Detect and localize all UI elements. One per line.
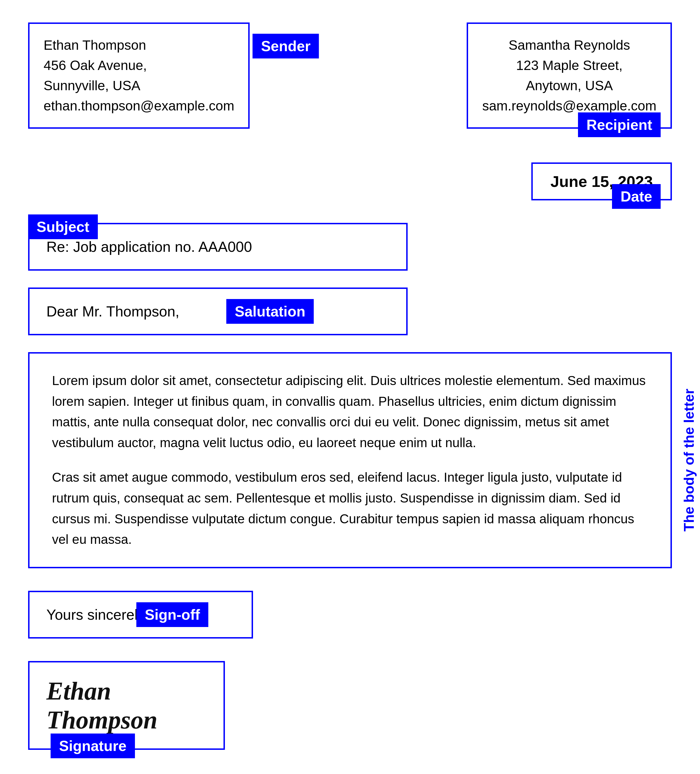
subject-section: Subject Re: Job application no. AAA000 bbox=[28, 223, 672, 271]
subject-value: Re: Job application no. AAA000 bbox=[46, 238, 252, 255]
body-box: Lorem ipsum dolor sit amet, consectetur … bbox=[28, 352, 672, 568]
signature-value: Ethan Thompson bbox=[46, 676, 207, 734]
subject-label-text: Subject bbox=[28, 215, 98, 239]
recipient-label-text: Recipient bbox=[578, 112, 661, 137]
date-block: June 15, 2023 Date bbox=[531, 162, 672, 200]
date-label-text: Date bbox=[612, 184, 661, 209]
recipient-name: Samantha Reynolds bbox=[482, 35, 657, 55]
signoff-label-text: Sign-off bbox=[136, 602, 209, 627]
body-paragraph2: Cras sit amet augue commodo, vestibulum … bbox=[52, 467, 648, 550]
signoff-value: Yours sincerely bbox=[46, 607, 145, 623]
salutation-box: Dear Mr. Thompson, Salutation bbox=[28, 288, 408, 335]
sender-block: Ethan Thompson 456 Oak Avenue, Sunnyvill… bbox=[28, 23, 250, 129]
body-paragraph1: Lorem ipsum dolor sit amet, consectetur … bbox=[52, 370, 648, 453]
signature-section: Ethan Thompson Signature bbox=[28, 661, 672, 750]
sender-label-badge: Sender bbox=[252, 34, 319, 58]
recipient-block: Samantha Reynolds 123 Maple Street, Anyt… bbox=[467, 23, 672, 129]
signature-label-text: Signature bbox=[51, 734, 135, 758]
sender-email: ethan.thompson@example.com bbox=[43, 96, 234, 116]
salutation-value: Dear Mr. Thompson, bbox=[46, 303, 179, 319]
salutation-section: Dear Mr. Thompson, Salutation bbox=[28, 288, 672, 335]
signoff-section: Yours sincerely Sign-off bbox=[28, 591, 672, 638]
salutation-label-text: Salutation bbox=[226, 299, 314, 324]
sender-box: Ethan Thompson 456 Oak Avenue, Sunnyvill… bbox=[28, 23, 250, 129]
sender-address2: Sunnyville, USA bbox=[43, 76, 234, 96]
sender-address1: 456 Oak Avenue, bbox=[43, 55, 234, 76]
date-section: June 15, 2023 Date bbox=[28, 162, 672, 200]
recipient-address1: 123 Maple Street, bbox=[482, 55, 657, 76]
date-label-badge: Date bbox=[612, 184, 661, 209]
salutation-label-badge: Salutation bbox=[226, 299, 314, 324]
subject-label-badge: Subject bbox=[28, 215, 98, 239]
sender-label-text: Sender bbox=[252, 34, 319, 58]
body-label-text: The body of the letter bbox=[681, 389, 697, 531]
signature-label-badge: Signature bbox=[51, 734, 135, 758]
sender-name: Ethan Thompson bbox=[43, 35, 234, 55]
recipient-label-badge: Recipient bbox=[578, 112, 661, 137]
signoff-box: Yours sincerely Sign-off bbox=[28, 591, 253, 638]
body-section: Lorem ipsum dolor sit amet, consectetur … bbox=[28, 352, 672, 568]
body-label-container: The body of the letter bbox=[681, 352, 697, 568]
top-row: Ethan Thompson 456 Oak Avenue, Sunnyvill… bbox=[28, 23, 672, 129]
signoff-label-badge: Sign-off bbox=[136, 602, 209, 627]
recipient-address2: Anytown, USA bbox=[482, 76, 657, 96]
